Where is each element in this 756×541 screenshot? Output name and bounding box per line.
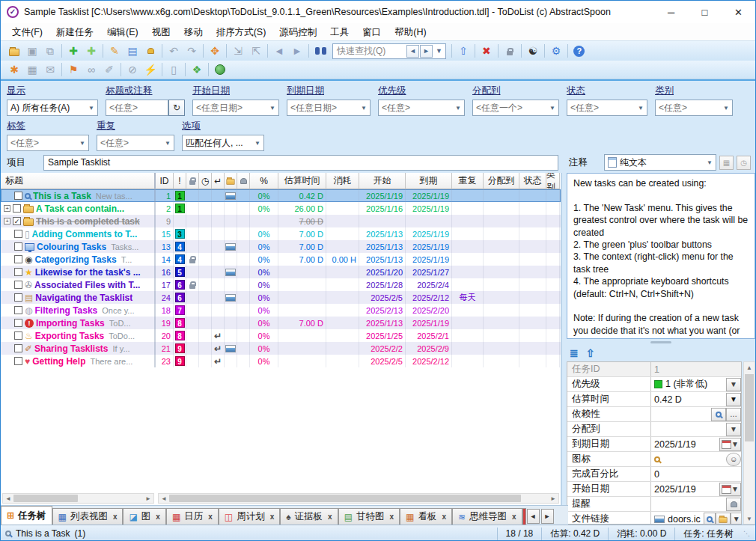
tab-周计划[interactable]: ◫周计划x (219, 508, 280, 525)
undo-button[interactable]: ↶ (165, 43, 183, 59)
column-header-start[interactable]: 开始 (359, 173, 406, 189)
task-checkbox[interactable] (14, 331, 22, 340)
donate-button[interactable]: ❖ (188, 61, 206, 78)
spin-button[interactable]: ▼ (726, 393, 741, 406)
tab-列表视图[interactable]: ▦列表视图x (52, 508, 124, 525)
website-button[interactable] (211, 61, 229, 78)
menu-item-视图[interactable]: 视图 (145, 24, 177, 40)
scrollbar-thumb[interactable] (745, 374, 754, 441)
task-checkbox[interactable] (14, 306, 22, 314)
task-row[interactable]: ★Likewise for the task's ...1650%2025/1/… (1, 266, 561, 278)
attr-value-依赖性[interactable]: … (651, 407, 741, 421)
menu-item-文件(F)[interactable]: 文件(F) (5, 24, 49, 40)
filter-tag[interactable]: <任意>▼ (7, 135, 89, 151)
filter-due-date[interactable]: <任意日期>▼ (287, 100, 371, 116)
dropdown-button[interactable]: ▼ (726, 423, 741, 436)
icon-picker-button[interactable]: ☺ (726, 453, 741, 466)
filter-recurrence[interactable]: <任意>▼ (97, 135, 174, 151)
column-header-file[interactable] (225, 173, 237, 189)
column-header-rpt[interactable]: 重复 (452, 173, 484, 189)
delete-task-button[interactable]: ✖ (478, 43, 496, 59)
task-row[interactable]: ♥Getting HelpThere are...239↵0%2025/2/52… (1, 355, 561, 367)
task-checkbox[interactable] (14, 242, 22, 251)
save-tasklist-button[interactable]: ▣ (23, 43, 41, 59)
scroll-down-icon[interactable]: ▼ (746, 513, 752, 524)
cleanup-button[interactable]: ✐ (100, 61, 118, 78)
menu-item-窗口[interactable]: 窗口 (356, 24, 388, 40)
attr-vscrollbar[interactable]: ▲ ▼ (743, 361, 755, 525)
columns-hscrollbar[interactable]: ◄ ► (158, 493, 559, 504)
task-row[interactable]: ▯Adding Comments to T...1530%7.00 D2025/… (1, 227, 561, 240)
attr-value-到期日期[interactable]: 2025/1/19▼ (651, 437, 741, 451)
save-all-button[interactable]: ⧉ (41, 43, 59, 59)
email-button[interactable]: ✉ (41, 61, 59, 78)
tab-日历[interactable]: ▦日历x (166, 508, 219, 525)
column-header-clock[interactable]: ◷ (199, 173, 212, 189)
task-row[interactable]: Colouring TasksTasks...1340%7.00 D2025/1… (1, 240, 561, 253)
task-row[interactable]: ◍Filtering TasksOnce y...1870%2025/2/132… (1, 304, 561, 317)
pane-splitter[interactable] (567, 339, 755, 345)
task-attributes-button[interactable]: ▤ (124, 43, 141, 59)
task-checkbox[interactable] (14, 293, 22, 302)
help-button[interactable]: ? (570, 43, 588, 59)
menu-item-新建任务[interactable]: 新建任务 (49, 24, 100, 40)
task-row[interactable]: +A Task can contain...210%26.00 D2025/1/… (1, 202, 561, 215)
attr-value-开始日期[interactable]: 2025/1/19▼ (651, 482, 741, 496)
sort-button[interactable]: ⇧ (454, 43, 472, 59)
minimize-button[interactable]: ─ (654, 1, 688, 23)
filter-show[interactable]: A) 所有任务(A)▼ (7, 100, 98, 116)
tab-close-icon[interactable]: x (442, 513, 446, 521)
prev-task-button[interactable]: ◄ (270, 43, 288, 59)
quickfind-prev-button[interactable]: ◄ (406, 45, 419, 58)
tab-任务树[interactable]: ⊞任务树 (1, 506, 52, 525)
menu-item-移动[interactable]: 移动 (177, 24, 210, 40)
scrollbar-thumb[interactable] (13, 495, 78, 502)
task-row[interactable]: +✓This is a completed task97.00 D (1, 215, 561, 227)
tab-甘特图[interactable]: ▤甘特图x (338, 508, 400, 525)
calendar-button[interactable]: ▼ (719, 483, 741, 496)
task-checkbox[interactable]: ✓ (13, 217, 21, 225)
attr-value-图标[interactable]: ☺ (651, 452, 741, 466)
tabs-scroll-left[interactable]: ◄ (527, 509, 540, 524)
tab-看板[interactable]: ▦看板x (400, 508, 452, 525)
tabs-scroll-right[interactable]: ► (541, 509, 554, 524)
quickfind-next-button[interactable]: ► (420, 45, 433, 58)
tab-close-icon[interactable]: x (328, 513, 332, 521)
edit-task-button[interactable]: ✎ (106, 43, 124, 59)
column-header-bell[interactable] (237, 173, 250, 189)
filter-assigned[interactable]: <任意一个>▼ (472, 100, 559, 116)
column-header-lock[interactable] (186, 173, 199, 189)
task-row[interactable]: !Importing TasksToD...1980%7.00 D2025/1/… (1, 317, 561, 329)
shortcuts-button[interactable]: ✱ (5, 61, 23, 78)
tab-close-icon[interactable]: x (270, 513, 275, 521)
tree-expander[interactable]: + (4, 218, 10, 224)
task-row[interactable]: ✐Sharing TasklistsIf y...219↵0%2025/2/22… (1, 342, 561, 355)
run-button[interactable]: ⚡ (141, 61, 159, 78)
calendar-button[interactable]: ▼ (719, 438, 741, 451)
column-header-spent[interactable]: 消耗 (326, 173, 359, 189)
attr-value-完成百分比[interactable]: 0 (651, 467, 741, 481)
scroll-right-icon[interactable]: ► (143, 494, 153, 503)
attr-outline-icon[interactable]: ≣ (570, 347, 579, 359)
task-row[interactable]: ♨Exporting TasksToDo...208↵0%2025/1/2520… (1, 329, 561, 342)
scroll-left-icon[interactable]: ◄ (3, 494, 13, 503)
task-row[interactable]: ▤Navigating the Tasklist2460%2025/2/5202… (1, 291, 561, 304)
search-button[interactable] (711, 408, 726, 421)
task-checkbox[interactable] (14, 357, 22, 365)
set-reminder-button[interactable] (141, 43, 159, 59)
tab-思维导图[interactable]: ≋思维导图x (452, 508, 522, 525)
column-header-recur[interactable]: ↵ (212, 173, 225, 189)
resize-grip-icon[interactable]: ⋱ (743, 530, 751, 537)
filter-start-date[interactable]: <任意日期>▼ (192, 100, 279, 116)
task-checkbox[interactable] (14, 230, 22, 238)
task-checkbox[interactable] (14, 344, 22, 352)
column-header-status[interactable]: 状态 (519, 173, 546, 189)
tab-证据板[interactable]: ♠证据板x (280, 508, 338, 525)
tab-close-icon[interactable]: x (113, 513, 118, 521)
search-button[interactable] (704, 513, 716, 525)
scroll-left-icon[interactable]: ◄ (159, 494, 169, 503)
tab-close-icon[interactable]: x (208, 513, 213, 521)
filter-options[interactable]: 匹配任何人, ...▼ (182, 135, 264, 151)
column-header-pri[interactable]: ! (174, 173, 186, 189)
attr-value-分配到[interactable]: ▼ (651, 422, 741, 436)
